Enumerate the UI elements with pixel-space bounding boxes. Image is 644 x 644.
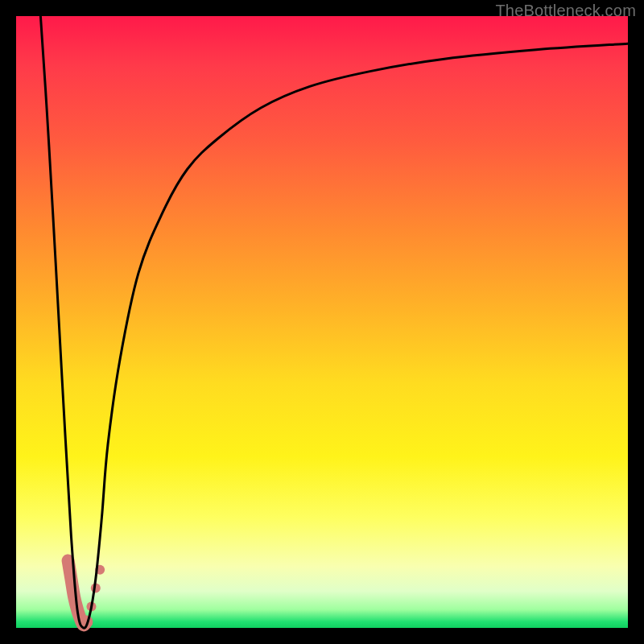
bottleneck-curve xyxy=(40,16,628,628)
chart-frame: TheBottleneck.com xyxy=(0,0,644,644)
chart-svg xyxy=(16,16,628,628)
